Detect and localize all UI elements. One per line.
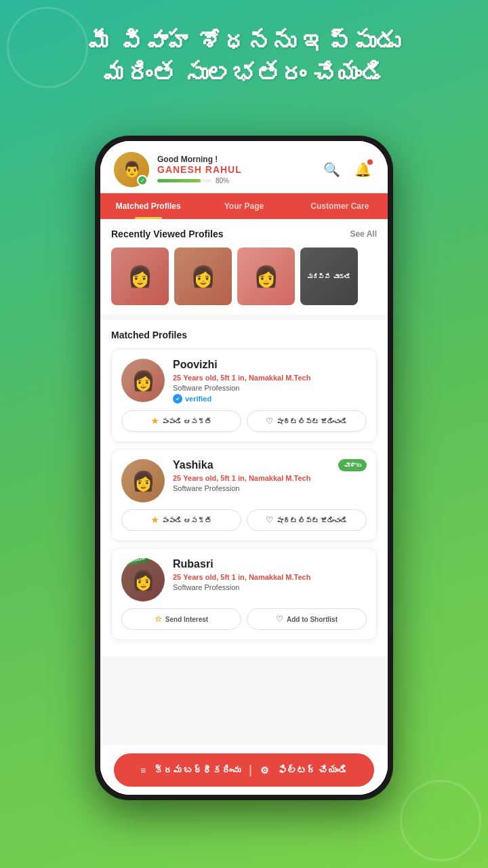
recent-profile-2[interactable]: 👩: [174, 248, 232, 305]
sort-filter-button[interactable]: ≡ క్రమబద్ధీకరించు | ⚙ ఫిల్టర్ చేయండి: [114, 753, 374, 787]
content-area: Recently Viewed Profiles See All 👩 👩 👩: [100, 219, 388, 795]
sort-icon: ≡: [140, 765, 146, 776]
card-actions-3: ☆ Send Interest ♡ Add to Shortlist: [121, 608, 367, 630]
divider: |: [249, 763, 252, 777]
tab-customer-care[interactable]: Customer Care: [292, 193, 388, 219]
avatar[interactable]: 👨 ✓: [114, 152, 149, 187]
greeting-text: Good Morning !: [157, 155, 320, 164]
search-button[interactable]: 🔍: [320, 158, 343, 181]
profile-details-2: 25 Years old, 5ft 1 in, Namakkal M.Tech: [173, 474, 367, 482]
send-interest-btn-2[interactable]: ★ పంపండి ఆసక్తి: [121, 509, 241, 531]
shortlist-btn-1[interactable]: ♡ షార్ట్ లిస్ట్ జోడించండి: [247, 410, 367, 432]
heart-icon: ♡: [266, 416, 273, 426]
see-all-button[interactable]: See All: [350, 229, 377, 239]
see-more-overlay[interactable]: మరిన్ని చూడండి: [300, 248, 358, 305]
shortlist-btn-3[interactable]: ♡ Add to Shortlist: [247, 608, 367, 630]
notification-dot: [367, 159, 373, 165]
notification-button[interactable]: 🔔: [351, 158, 374, 181]
avatar-badge: ✓: [137, 175, 148, 186]
progress-bar: [157, 179, 211, 182]
heart-icon-3: ♡: [276, 614, 283, 624]
shortlist-btn-2[interactable]: ♡ షార్ట్ లిస్ట్ జోడించండి: [247, 509, 367, 531]
tab-matched-profiles[interactable]: Matched Profiles: [100, 193, 196, 219]
matched-profiles-title: Matched Profiles: [111, 330, 377, 340]
star-icon-3: ☆: [155, 614, 162, 624]
card-actions-1: ★ పంపండి ఆసక్తి ♡ షార్ట్ లిస్ట్ జోడించండ…: [121, 410, 367, 432]
star-icon: ★: [151, 416, 159, 426]
search-icon: 🔍: [323, 161, 340, 178]
mandala-decoration-br: [400, 780, 481, 861]
recent-profile-3[interactable]: 👩: [237, 248, 295, 305]
tab-your-page[interactable]: Your Page: [196, 193, 291, 219]
profile-avatar-1[interactable]: 👩: [121, 359, 165, 402]
user-name: GANESH RAHUL: [157, 164, 320, 175]
progress-percent: 80%: [216, 177, 229, 184]
recent-profiles-list: 👩 👩 👩 మరిన్ని చూడండి: [111, 248, 377, 305]
profile-card-3: PREMIUM 👩 Rubasri 25 Years old, 5ft 1 in…: [111, 548, 377, 640]
send-interest-btn-1[interactable]: ★ పంపండి ఆసక్తి: [121, 410, 241, 432]
profile-name-3: Rubasri: [173, 558, 367, 570]
top-bar: 👨 ✓ Good Morning ! GANESH RAHUL 80%: [100, 141, 388, 193]
recent-profile-4[interactable]: మరిన్ని చూడండి: [300, 248, 358, 305]
profile-avatar-2[interactable]: 👩: [121, 459, 165, 502]
hero-title: మీ వివాహ శోధనను ఇప్పుడు మరింత సులభతరం చే…: [0, 27, 488, 91]
phone-frame: 👨 ✓ Good Morning ! GANESH RAHUL 80%: [95, 136, 393, 800]
card-actions-2: ★ పంపండి ఆసక్తి ♡ షార్ట్ లిస్ట్ జోడించండ…: [121, 509, 367, 531]
profile-profession-2: Software Profession: [173, 484, 367, 492]
profile-details-1: 25 Years old, 5ft 1 in, Namakkal M.Tech: [173, 374, 367, 382]
viewed-badge-2: చూశారు: [338, 459, 367, 471]
profile-name-1: Poovizhi: [173, 359, 367, 371]
recently-viewed-section: Recently Viewed Profiles See All 👩 👩 👩: [100, 219, 388, 315]
user-info: Good Morning ! GANESH RAHUL 80%: [157, 155, 320, 184]
profile-card-1: 👩 Poovizhi 25 Years old, 5ft 1 in, Namak…: [111, 349, 377, 442]
nav-tabs: Matched Profiles Your Page Customer Care: [100, 193, 388, 219]
matched-profiles-section: Matched Profiles 👩 Poovizhi 25 Ye: [100, 320, 388, 656]
recently-viewed-title: Recently Viewed Profiles: [111, 229, 223, 239]
profile-avatar-3[interactable]: PREMIUM 👩: [121, 558, 165, 601]
filter-icon: ⚙: [260, 765, 269, 776]
profile-details-3: 25 Years old, 5ft 1 in, Namakkal M.Tech: [173, 573, 367, 581]
heart-icon-2: ♡: [266, 515, 273, 525]
profile-profession-3: Software Profession: [173, 583, 367, 591]
profile-card-2: 👩 Yashika 25 Years old, 5ft 1 in, Namakk…: [111, 449, 377, 541]
profile-profession-1: Software Profession: [173, 384, 367, 392]
filter-label: ఫిల్టర్ చేయండి: [277, 765, 348, 776]
verified-badge-1: ✓ verified: [173, 394, 367, 403]
send-interest-btn-3[interactable]: ☆ Send Interest: [121, 608, 241, 630]
recent-profile-1[interactable]: 👩: [111, 248, 169, 305]
star-icon-2: ★: [151, 515, 159, 525]
bottom-bar: ≡ క్రమబద్ధీకరించు | ⚙ ఫిల్టర్ చేయండి: [100, 745, 388, 795]
sort-label: క్రమబద్ధీకరించు: [154, 765, 241, 776]
